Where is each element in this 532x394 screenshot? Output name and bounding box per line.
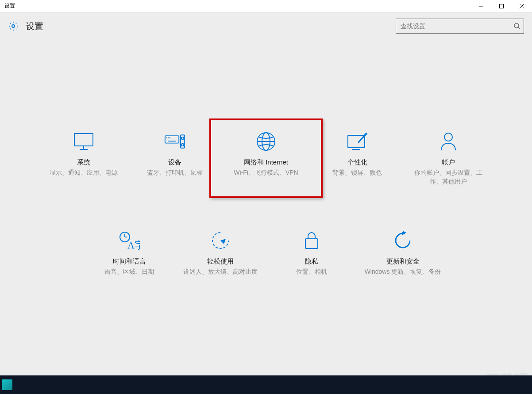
tile-system[interactable]: 系统 显示、通知、应用、电源 (39, 126, 128, 190)
taskbar-app-icon[interactable] (2, 379, 12, 390)
minimize-button[interactable] (471, 0, 491, 12)
svg-point-23 (444, 133, 452, 141)
tile-update-security[interactable]: 更新和安全 Windows 更新、恢复、备份 (359, 226, 447, 281)
personalize-icon (347, 131, 368, 152)
settings-grid-row2: A字 时间和语言 语音、区域、日期 轻松使用 讲述人、放大镜、高对比度 隐私 位… (0, 226, 532, 281)
page-title: 设置 (26, 20, 43, 32)
tile-desc: 讲述人、放大镜、高对比度 (183, 268, 258, 276)
maximize-button[interactable] (491, 0, 512, 12)
titlebar: 设置 (0, 0, 532, 12)
tile-devices[interactable]: 设备 蓝牙、打印机、鼠标 (131, 126, 219, 190)
tile-title: 隐私 (305, 257, 318, 266)
tile-title: 个性化 (347, 158, 367, 167)
tile-desc: 位置、相机 (296, 268, 327, 276)
svg-rect-1 (500, 4, 504, 8)
window-title: 设置 (4, 2, 15, 10)
update-icon (392, 230, 413, 251)
svg-line-6 (518, 27, 520, 29)
tile-title: 设备 (168, 158, 181, 167)
tile-title: 系统 (77, 158, 90, 167)
window-controls (471, 0, 532, 12)
tile-desc: 你的帐户、同步设置、工作、其他用户 (409, 168, 488, 186)
svg-rect-10 (165, 136, 179, 143)
devices-icon (164, 131, 185, 152)
tile-title: 时间和语言 (113, 257, 146, 266)
taskbar[interactable] (0, 375, 532, 394)
tile-time-language[interactable]: A字 时间和语言 语音、区域、日期 (85, 226, 173, 281)
svg-point-16 (181, 137, 184, 140)
tile-desc: Wi-Fi、飞行模式、VPN (234, 168, 298, 177)
tile-desc: 显示、通知、应用、电源 (50, 168, 118, 177)
lock-icon (301, 230, 322, 251)
tile-accounts[interactable]: 帐户 你的帐户、同步设置、工作、其他用户 (404, 126, 493, 190)
gear-icon (8, 21, 19, 31)
svg-point-5 (514, 23, 519, 28)
tile-title: 帐户 (442, 158, 455, 167)
tile-personalization[interactable]: 个性化 背景、锁屏、颜色 (313, 126, 401, 190)
monitor-icon (73, 131, 94, 152)
tile-ease-of-access[interactable]: 轻松使用 讲述人、放大镜、高对比度 (176, 226, 265, 281)
tile-desc: 背景、锁屏、颜色 (332, 168, 382, 177)
globe-icon (255, 131, 277, 152)
tile-privacy[interactable]: 隐私 位置、相机 (267, 226, 356, 281)
svg-marker-28 (220, 239, 226, 244)
time-language-icon: A字 (119, 230, 140, 251)
account-icon (438, 131, 459, 152)
tile-desc: 语音、区域、日期 (104, 268, 154, 276)
svg-rect-29 (305, 239, 318, 249)
svg-point-17 (181, 144, 184, 146)
svg-rect-7 (74, 134, 93, 146)
tile-title: 更新和安全 (386, 257, 420, 266)
tile-title: 轻松使用 (207, 257, 234, 266)
svg-rect-21 (348, 135, 365, 148)
svg-text:A字: A字 (127, 240, 140, 250)
search-icon[interactable] (513, 23, 520, 30)
tile-desc: Windows 更新、恢复、备份 (365, 268, 441, 276)
tile-desc: 蓝牙、打印机、鼠标 (147, 168, 203, 177)
svg-point-4 (12, 25, 15, 27)
ease-icon (210, 230, 231, 251)
settings-grid-row1: 系统 显示、通知、应用、电源 设备 蓝牙、打印机、鼠标 (0, 126, 532, 190)
tile-network[interactable]: 网络和 Internet Wi-Fi、飞行模式、VPN (209, 119, 323, 198)
app-header: 设置 (0, 12, 532, 34)
search-box (396, 19, 524, 34)
tile-title: 网络和 Internet (244, 158, 288, 167)
search-input[interactable] (396, 19, 524, 34)
close-button[interactable] (512, 0, 532, 12)
